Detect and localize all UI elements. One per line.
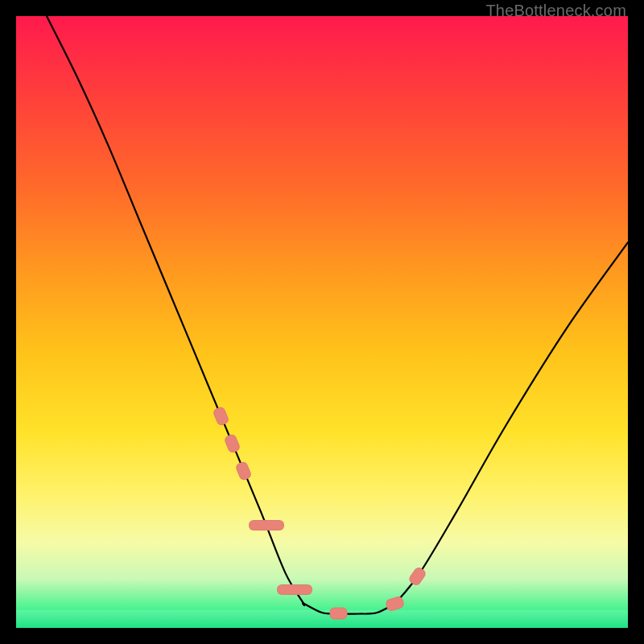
plot-area [16,16,628,628]
curve-markers [16,16,628,628]
chart-frame: TheBottleneck.com [0,0,644,644]
curve-marker [212,406,229,427]
curve-marker [249,520,284,530]
curve-marker [385,595,405,612]
curve-marker [235,460,253,481]
curve-marker [224,433,242,454]
curve-marker [329,608,347,620]
curve-marker [277,584,312,595]
curve-marker [407,566,427,588]
source-attribution: TheBottleneck.com [485,2,626,20]
